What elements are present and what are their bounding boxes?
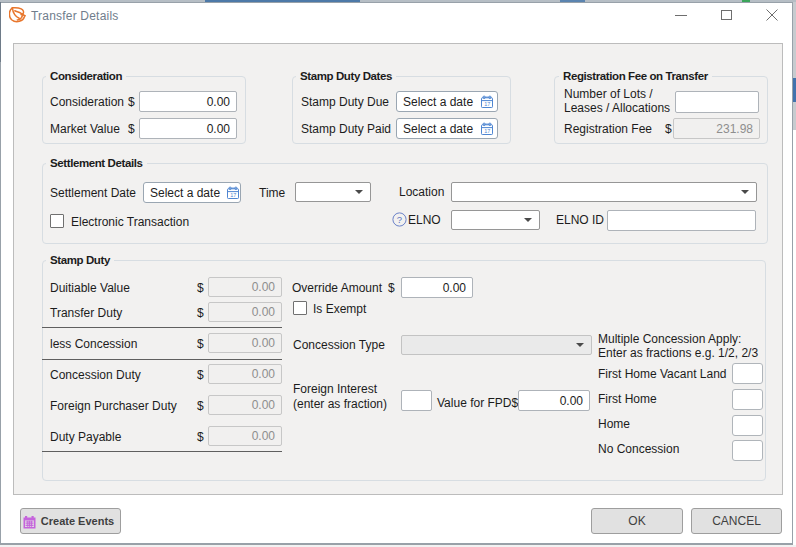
svg-text:17: 17 [484,101,490,107]
svg-text:17: 17 [230,192,236,198]
svg-text:?: ? [397,214,402,225]
svg-text:17: 17 [484,128,490,134]
